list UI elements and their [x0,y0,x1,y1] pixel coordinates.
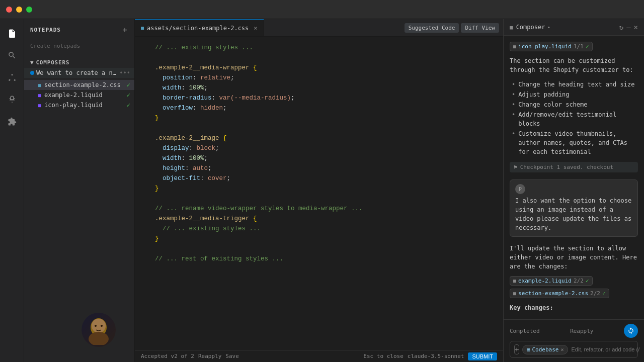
send-input-area: + ⊞ Codebase × [510,341,638,358]
composer-item[interactable]: We want to create a new section ... ••• [24,68,134,78]
composer-intro-text: The section can be customized through th… [510,56,638,74]
code-line: height: auto; [135,163,503,173]
code-line: } [135,113,503,123]
add-notepad-button[interactable]: + [121,24,128,36]
badge-check-1: ✓ [586,43,589,50]
code-line: } [135,184,503,194]
composer-header-actions: ↻ — × [619,23,638,31]
submit-button[interactable]: SUBMIT [468,352,497,360]
sidebar-bottom [24,317,134,362]
bottom-bar: Accepted v2 of 2 Reapply Save Esc to clo… [135,350,503,362]
completed-status: Completed [510,328,540,334]
composer-response-text: I'll update the section to allow either … [510,244,638,271]
add-context-button[interactable]: + [514,344,519,354]
sidebar-actions: + [121,24,128,36]
close-button[interactable] [6,7,12,13]
file-item-liquid1[interactable]: ■ example-2.liquid ✓ [24,90,134,100]
bullet-item-3: • Change color scheme [512,100,638,110]
file-item-liquid2[interactable]: ■ icon-play.liquid ✓ [24,100,134,110]
notepads-title: NOTEPADS [30,27,61,33]
code-line: } [135,234,503,244]
activity-bar [0,19,24,362]
badge-check-2: ✓ [586,278,589,284]
model-label: claude-3.5-sonnet [408,353,464,359]
composer-options-icon: ••• [119,69,130,76]
code-line: // ... rest of existing styles ... [135,254,503,264]
code-line: .example-2__image { [135,133,503,143]
code-line: border-radius: var(--media-radius); [135,93,503,103]
window-chrome [0,0,644,19]
app-layout: NOTEPADS + Create notepads ▼ COMPOSERS W… [0,19,644,362]
code-line [135,53,503,63]
bullet-item-1: • Change the heading text and size [512,79,638,89]
tab-close-icon[interactable]: × [254,25,257,32]
user-bubble-header: P [515,184,632,194]
file-badge-example-liquid[interactable]: ■ example-2.liquid 2/2 ✓ [510,276,593,286]
bullet-item-2: • Adjust padding [512,89,638,100]
active-tab-label: assets/section-example-2.css [147,25,249,32]
code-line [135,123,503,133]
liquid-file-icon-2: ■ [38,103,41,108]
badge-icon: ■ [513,44,516,49]
composer-dot [30,71,34,75]
sidebar-header: NOTEPADS + [24,19,134,39]
liquid-file-icon-1: ■ [38,93,41,98]
composer-dot-indicator: • [547,24,550,31]
code-line: .example-2__media-wrapper { [135,63,503,73]
active-tab[interactable]: ■ assets/section-example-2.css × [135,19,264,37]
code-line [135,244,503,254]
composers-label: ▼ COMPOSERS [24,57,134,68]
maximize-button[interactable] [26,7,32,13]
reapply-footer-button[interactable]: Reapply [570,328,593,334]
css-file-icon: ■ [38,82,41,88]
editor-area: ■ assets/section-example-2.css × Suggest… [135,19,503,362]
avatar-face-svg [84,315,114,345]
files-icon[interactable] [2,23,22,43]
extensions-icon[interactable] [2,112,22,132]
tab-file-icon: ■ [141,25,144,31]
diff-view-button[interactable]: Diff View [461,23,499,33]
composer-input[interactable] [571,346,640,352]
codebase-tag[interactable]: ⊞ Codebase × [522,345,568,354]
composer-header-title: Composer • [516,24,616,31]
create-notepads-link[interactable]: Create notepads [24,39,134,53]
code-editor: // ... existing styles ... .example-2__m… [135,37,503,350]
refresh-icon[interactable]: ↻ [619,23,623,31]
debug-icon[interactable] [2,89,22,110]
tab-buttons: Suggested Code Diff View [400,23,503,33]
git-icon[interactable] [2,67,22,87]
composer-file-icon: ■ [510,24,513,31]
check-icon-liquid2: ✓ [127,102,130,109]
chevron-right-icon: ▼ [30,59,34,66]
file-badge-section-css[interactable]: ■ section-example-2.css 2/2 ✓ [510,289,609,298]
close-composer-icon[interactable]: × [634,23,638,31]
search-icon[interactable] [2,45,22,65]
file-item-css[interactable]: ■ section-example-2.css ✓ [24,80,134,90]
file-name-liquid1: example-2.liquid [44,92,103,99]
code-line: .example-2__media-trigger { [135,214,503,224]
spinner-button[interactable] [624,324,638,338]
user-avatar [82,313,116,347]
code-line: width: 100%; [135,153,503,163]
check-icon-liquid1: ✓ [127,92,130,99]
suggested-code-button[interactable]: Suggested Code [405,23,459,33]
minimize-button[interactable] [16,7,22,13]
save-button[interactable]: Save [225,353,239,359]
file-name-liquid2: icon-play.liquid [44,102,103,109]
composer-bullet-list: • Change the heading text and size • Adj… [510,79,638,157]
badge-icon-3: ■ [513,291,516,296]
codebase-tag-close[interactable]: × [560,347,564,352]
file-badge-icon-play[interactable]: ■ icon-play.liquid 1/1 ✓ [510,42,593,51]
composer-panel-header: ■ Composer • ↻ — × [504,19,644,36]
code-line: // ... existing styles ... [135,43,503,53]
badge-check-3: ✓ [602,290,606,297]
bottom-actions-right: Esc to close claude-3.5-sonnet SUBMIT [363,352,497,360]
svg-point-0 [11,74,13,75]
footer-status-row: Completed Reapply [510,324,638,338]
composer-panel: ■ Composer • ↻ — × ■ icon-play.liquid 1/… [503,19,644,362]
reapply-button[interactable]: Reapply [198,353,221,359]
code-line: // ... existing styles ... [135,224,503,234]
minimize-icon[interactable]: — [626,23,630,31]
svg-point-5 [89,332,109,345]
esc-hint: Esc to close [363,353,403,359]
